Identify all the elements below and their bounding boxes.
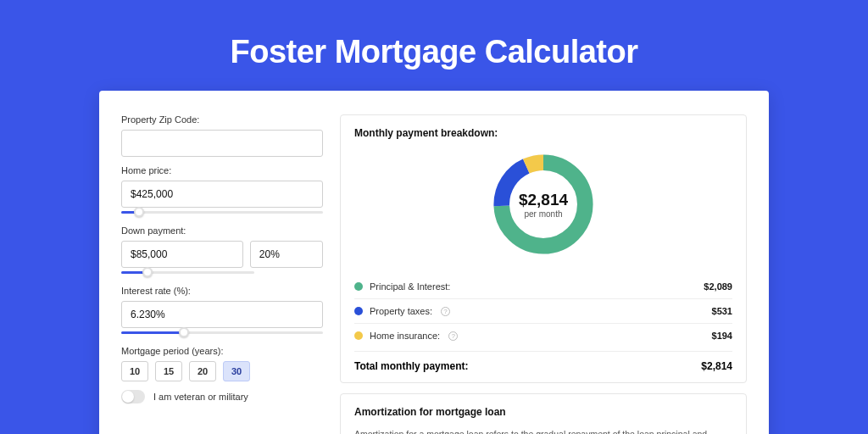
donut-amount: $2,814 <box>519 191 568 209</box>
breakdown-section: Monthly payment breakdown: $2,814 per mo… <box>340 114 747 383</box>
total-row: Total monthly payment: $2,814 <box>354 351 732 372</box>
period-label: Mortgage period (years): <box>121 346 323 356</box>
home-price-input[interactable] <box>121 181 323 208</box>
rate-slider[interactable] <box>121 327 323 337</box>
zip-input[interactable] <box>121 130 323 157</box>
period-buttons: 10152030 <box>121 361 323 381</box>
period-group: Mortgage period (years): 10152030 <box>121 346 323 381</box>
donut-wrap: $2,814 per month <box>354 149 732 259</box>
donut-chart: $2,814 per month <box>488 149 598 259</box>
zip-label: Property Zip Code: <box>121 114 323 125</box>
veteran-toggle[interactable] <box>121 390 145 403</box>
legend-label: Principal & Interest: <box>370 281 450 292</box>
period-button-20[interactable]: 20 <box>189 361 216 381</box>
legend: Principal & Interest:$2,089Property taxe… <box>354 275 732 348</box>
down-payment-input[interactable] <box>121 241 243 268</box>
down-payment-pct-input[interactable] <box>250 241 323 268</box>
home-price-group: Home price: <box>121 165 323 217</box>
down-payment-label: Down payment: <box>121 225 323 236</box>
donut-sub: per month <box>524 209 562 219</box>
down-payment-slider[interactable] <box>121 267 254 277</box>
home-price-label: Home price: <box>121 165 323 175</box>
help-icon[interactable]: ? <box>441 307 450 316</box>
down-payment-group: Down payment: <box>121 225 323 277</box>
legend-value: $2,089 <box>704 281 732 292</box>
legend-value: $531 <box>712 306 732 316</box>
rate-group: Interest rate (%): <box>121 286 323 337</box>
rate-input[interactable] <box>121 301 323 328</box>
legend-label: Home insurance: <box>370 331 440 341</box>
period-button-30[interactable]: 30 <box>223 361 250 381</box>
form-panel: Property Zip Code: Home price: Down paym… <box>121 114 323 434</box>
down-payment-slider-thumb[interactable] <box>142 267 153 277</box>
amortization-text: Amortization for a mortgage loan refers … <box>354 428 732 434</box>
hero: Foster Mortgage Calculator <box>0 0 868 91</box>
page-title: Foster Mortgage Calculator <box>0 34 868 70</box>
total-label: Total monthly payment: <box>354 360 468 372</box>
card-wrap: Property Zip Code: Home price: Down paym… <box>0 91 868 434</box>
legend-dot-icon <box>354 307 363 315</box>
total-value: $2,814 <box>701 360 732 372</box>
rate-label: Interest rate (%): <box>121 286 323 296</box>
breakdown-title: Monthly payment breakdown: <box>354 127 732 139</box>
legend-row: Home insurance:?$194 <box>354 324 732 348</box>
legend-value: $194 <box>712 331 732 341</box>
legend-label: Property taxes: <box>370 306 432 316</box>
rate-slider-thumb[interactable] <box>179 327 189 337</box>
veteran-label: I am veteran or military <box>153 392 248 402</box>
legend-dot-icon <box>354 331 363 340</box>
amortization-title: Amortization for mortgage loan <box>354 406 732 418</box>
zip-group: Property Zip Code: <box>121 114 323 157</box>
period-button-15[interactable]: 15 <box>155 361 182 381</box>
amortization-section: Amortization for mortgage loan Amortizat… <box>340 393 747 434</box>
calculator-card: Property Zip Code: Home price: Down paym… <box>99 91 769 434</box>
period-button-10[interactable]: 10 <box>121 361 148 381</box>
legend-row: Property taxes:?$531 <box>354 299 732 324</box>
legend-row: Principal & Interest:$2,089 <box>354 275 732 299</box>
veteran-row: I am veteran or military <box>121 390 323 403</box>
home-price-slider[interactable] <box>121 207 323 217</box>
help-icon[interactable]: ? <box>448 331 458 341</box>
legend-dot-icon <box>354 282 363 291</box>
results-panel: Monthly payment breakdown: $2,814 per mo… <box>340 114 747 434</box>
home-price-slider-thumb[interactable] <box>134 207 144 217</box>
